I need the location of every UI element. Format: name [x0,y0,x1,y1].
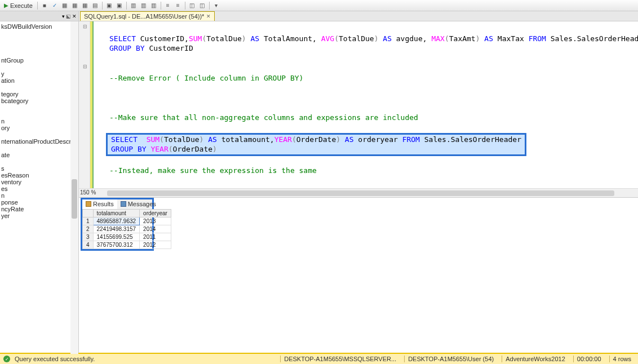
object-explorer-tree[interactable]: ksDWBuildVersionntGroupyationtegorybcate… [0,21,78,353]
tree-item[interactable] [0,36,78,43]
toolbar-icon[interactable]: ◫ [198,1,207,10]
status-database: AdventureWorks2012 [502,356,569,362]
object-explorer-header: ▾ ⬕ ✕ [0,11,78,21]
execute-button[interactable]: ▶Execute [2,1,35,10]
status-time: 00:00:00 [573,356,605,362]
close-icon[interactable]: ✕ [72,14,77,19]
horizontal-scrollbar[interactable]: 150 % [79,188,638,197]
toolbar-icon[interactable]: ▥ [149,1,158,10]
toolbar-icon[interactable]: ▥ [129,1,138,10]
tree-item[interactable]: ation [0,77,78,83]
file-tab-label: SQLQuery1.sql - DE...A1M5655\User (54))* [84,13,204,20]
col-header[interactable]: orderyear [140,209,171,217]
debug-icon[interactable]: ■ [40,1,49,10]
toolbar-icon[interactable]: ▣ [115,1,124,10]
highlighted-query: SELECT SUM(TotalDue) AS totalamount,YEAR… [106,133,526,156]
tab-messages[interactable]: Messages [117,199,160,209]
status-server: DESKTOP-A1M5655\MSSQLSERVER... [280,356,400,362]
tree-item[interactable]: ntGroup [0,56,78,63]
status-rows: 4 rows [609,356,635,362]
tree-item[interactable]: y [0,70,78,77]
table-row: 314155699.5252011 [83,233,171,241]
tree-item[interactable] [0,63,78,70]
vertical-scrollbar[interactable] [70,21,78,354]
sql-editor[interactable]: ⊟ ⊟ SELECT CustomerID,SUM(TotalDue) AS T… [79,21,638,188]
tree-item[interactable] [0,104,78,110]
tree-item[interactable] [0,158,78,165]
tree-item[interactable]: ory [0,124,78,131]
tree-item[interactable]: ponse [0,198,78,205]
toolbar-icon[interactable]: ▣ [105,1,114,10]
toolbar-icon[interactable]: ▦ [81,1,90,10]
file-tab[interactable]: SQLQuery1.sql - DE...A1M5655\User (54))*… [80,11,215,21]
table-row: 148965887.96322013 [83,217,171,225]
check-icon[interactable]: ✓ [50,1,59,10]
tree-item[interactable]: tegory [0,90,78,97]
outline-marker[interactable]: ⊟ [83,64,87,69]
tab-results[interactable]: Results [82,199,117,209]
status-user: DESKTOP-A1M5655\User (54) [404,356,497,362]
outline-marker[interactable]: ⊟ [83,24,87,29]
tree-item[interactable] [0,83,78,90]
grid-icon [86,201,91,207]
document-tabs: SQLQuery1.sql - DE...A1M5655\User (54))*… [79,11,638,21]
dropdown-icon[interactable]: ▾ [62,14,65,19]
results-grid[interactable]: totalamountorderyear 148965887.96322013 … [82,209,171,249]
status-bar: ✓ Query executed successfully. DESKTOP-A… [0,353,638,364]
tree-item[interactable]: ksDWBuildVersion [0,23,78,29]
tree-item[interactable] [0,43,78,50]
tree-item[interactable] [0,110,78,117]
indent-icon[interactable]: ≡ [174,1,183,10]
tree-item[interactable] [0,131,78,137]
tree-item[interactable]: bcategory [0,97,78,104]
tree-item[interactable] [0,144,78,151]
tree-item[interactable]: nternationalProductDescription [0,137,78,144]
main-toolbar: ▶Execute ■ ✓ ▦ ▦ ▦ ▤ ▣ ▣ ▥ ▥ ▥ ≡ ≡ ◫ ◫ ▾ [0,0,638,11]
pin-icon[interactable]: ⬕ [66,14,71,19]
indent-icon[interactable]: ≡ [163,1,172,10]
tree-item[interactable]: esReason [0,171,78,178]
table-row: 437675700.3122012 [83,241,171,248]
execute-label: Execute [10,2,33,9]
success-icon: ✓ [3,356,10,362]
status-message: Query executed successfully. [15,356,95,362]
tree-item[interactable] [0,50,78,56]
col-header[interactable]: totalamount [93,209,140,217]
tree-item[interactable]: es [0,185,78,192]
toolbar-icon[interactable]: ▦ [70,1,79,10]
tree-item[interactable]: s [0,165,78,171]
object-explorer: ▾ ⬕ ✕ ksDWBuildVersionntGroupyationtegor… [0,11,79,353]
toolbar-icon[interactable]: ▾ [212,1,221,10]
results-tabs: Results Messages [81,198,154,209]
toolbar-icon[interactable]: ▥ [139,1,148,10]
table-row: 222419498.31572014 [83,225,171,233]
play-icon: ▶ [4,2,8,8]
tree-item[interactable]: yer [0,212,78,219]
message-icon [121,201,126,207]
tree-item[interactable] [0,29,78,36]
tree-item[interactable]: ventory [0,178,78,185]
tree-item[interactable]: n [0,192,78,198]
toolbar-icon[interactable]: ◫ [188,1,197,10]
toolbar-icon[interactable]: ▤ [91,1,100,10]
toolbar-icon[interactable]: ▦ [60,1,69,10]
tree-item[interactable]: n [0,117,78,124]
close-icon[interactable]: ✕ [206,14,211,19]
tree-item[interactable]: ate [0,151,78,158]
editor-gutter: ⊟ ⊟ [79,21,90,188]
tree-item[interactable]: ncyRate [0,205,78,212]
code-area[interactable]: SELECT CustomerID,SUM(TotalDue) AS Total… [90,21,638,188]
results-panel: Results Messages totalamountorderyear 14… [79,197,638,353]
zoom-level[interactable]: 150 % [80,189,96,196]
